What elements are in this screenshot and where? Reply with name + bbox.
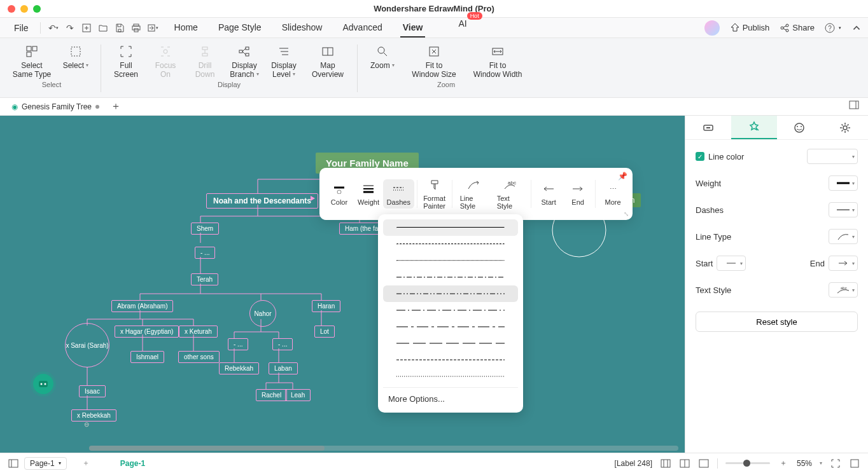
print-button[interactable]: [130, 22, 143, 34]
zoom-button[interactable]: Zoom ▾: [365, 41, 400, 79]
document-tab[interactable]: ◉ Genesis Family Tree: [5, 102, 106, 111]
tab-slideshow[interactable]: Slideshow: [279, 18, 325, 38]
node-isaac[interactable]: Isaac: [79, 385, 106, 397]
close-window-button[interactable]: [8, 5, 15, 13]
new-button[interactable]: [80, 22, 93, 34]
drill-down-button[interactable]: Drill Down: [188, 41, 222, 79]
page-selector[interactable]: Page-1▾: [24, 457, 67, 470]
dashes-button[interactable]: Dashes: [383, 179, 414, 209]
reset-style-button[interactable]: Reset style: [696, 312, 858, 332]
maximize-window-button[interactable]: [33, 5, 41, 13]
node-ishmael[interactable]: Ishmael: [130, 351, 164, 363]
tab-page-style[interactable]: Page Style: [216, 18, 264, 38]
open-button[interactable]: [97, 22, 109, 34]
weight-button[interactable]: Weight: [354, 179, 383, 209]
fit-window-size-button[interactable]: Fit to Window Size: [405, 41, 463, 79]
pin-icon[interactable]: 📌: [618, 172, 627, 181]
zoom-level[interactable]: 55%: [797, 459, 812, 468]
panel-tab-emoji[interactable]: [777, 116, 823, 139]
view-mode-3-button[interactable]: [698, 458, 710, 469]
dash-option-finedot[interactable]: [383, 368, 518, 385]
dash-option-solid[interactable]: [383, 219, 518, 236]
outline-view-button[interactable]: [8, 458, 19, 469]
node-hagar[interactable]: x Hagar (Egyptian): [115, 326, 179, 338]
save-button[interactable]: [113, 22, 126, 34]
node-dash3[interactable]: - ...: [272, 338, 293, 350]
start-arrow-button[interactable]: Start: [534, 179, 563, 209]
node-nahor[interactable]: Nahor: [249, 300, 276, 327]
dash-option-longdashdot[interactable]: [383, 319, 518, 335]
page-tab[interactable]: Page-1: [120, 459, 145, 468]
panel-tab-topic[interactable]: [685, 116, 731, 139]
dash-option-dashdotdot[interactable]: [383, 285, 518, 302]
zoom-slider[interactable]: [725, 462, 770, 464]
tab-view[interactable]: View: [400, 18, 426, 38]
panel-tab-settings[interactable]: [822, 116, 868, 139]
fit-window-width-button[interactable]: Fit to Window Width: [468, 41, 527, 79]
node-sarai[interactable]: x Sarai (Sarah): [65, 323, 109, 367]
undo-button[interactable]: ↶▾: [47, 22, 60, 34]
more-button[interactable]: ⋯ More: [598, 179, 627, 209]
node-laban[interactable]: Laban: [269, 362, 298, 374]
node-shem[interactable]: Shem: [191, 223, 219, 235]
node-keturah[interactable]: x Keturah: [179, 326, 218, 338]
text-style-button[interactable]: abc Text Style: [492, 175, 529, 212]
node-terah[interactable]: Terah: [191, 273, 218, 285]
dash-option-dash[interactable]: [383, 236, 518, 252]
add-page-button[interactable]: ＋: [82, 458, 90, 469]
canvas[interactable]: Your Family Name Noah and the Descendant…: [0, 116, 685, 453]
collapse-ribbon-button[interactable]: [851, 23, 862, 33]
end-arrow-button[interactable]: End: [563, 179, 592, 209]
node-haran[interactable]: Haran: [312, 300, 340, 312]
ai-assistant-button[interactable]: [33, 374, 53, 394]
fullscreen-button[interactable]: [849, 458, 860, 469]
map-overview-button[interactable]: Map Overview: [306, 41, 349, 79]
tab-advanced[interactable]: Advanced: [340, 18, 384, 38]
line-style-button[interactable]: Line Style: [455, 175, 492, 212]
resize-handle[interactable]: ⤡: [624, 210, 629, 217]
node-dash2[interactable]: - ...: [228, 338, 248, 350]
collapse-indicator[interactable]: ⊖: [84, 421, 89, 428]
text-style-select[interactable]: abc▾: [829, 282, 858, 298]
redo-button[interactable]: ↷: [64, 22, 76, 34]
node-abram[interactable]: Abram (Abraham): [111, 300, 173, 312]
dash-option-longdashdotdot[interactable]: [383, 335, 518, 352]
dash-option-shortdash[interactable]: [383, 352, 518, 368]
dash-option-dashdot[interactable]: [383, 269, 518, 285]
node-othersons[interactable]: other sons: [178, 351, 220, 363]
node-xrebekkah[interactable]: x Rebekkah: [71, 409, 116, 422]
dash-option-longdash[interactable]: [383, 302, 518, 319]
full-screen-button[interactable]: Full Screen: [109, 41, 143, 79]
scroll-thumb[interactable]: [89, 446, 325, 451]
line-color-select[interactable]: ▾: [807, 149, 858, 164]
help-button[interactable]: ?▾: [825, 23, 841, 33]
export-button[interactable]: ▾: [146, 22, 159, 34]
dash-option-dot[interactable]: [383, 252, 518, 269]
node-rebekkah[interactable]: Rebekkah: [219, 362, 259, 374]
node-rachel[interactable]: Rachel: [256, 389, 287, 401]
dashes-select[interactable]: ▾: [829, 202, 858, 217]
fit-screen-button[interactable]: [830, 458, 841, 469]
share-button[interactable]: Share: [780, 23, 815, 33]
node-lot[interactable]: Lot: [314, 326, 335, 338]
end-select[interactable]: ▾: [829, 256, 858, 271]
color-button[interactable]: Color: [325, 179, 354, 209]
weight-select[interactable]: ▾: [829, 175, 858, 191]
panel-toggle-button[interactable]: [849, 100, 862, 113]
minimize-window-button[interactable]: [20, 5, 28, 13]
tab-home[interactable]: Home: [172, 18, 200, 38]
publish-button[interactable]: Publish: [730, 23, 770, 33]
user-avatar[interactable]: [704, 20, 720, 36]
line-type-select[interactable]: ▾: [829, 229, 858, 244]
node-leah[interactable]: Leah: [285, 389, 311, 401]
start-select[interactable]: ▾: [717, 256, 746, 271]
node-noah[interactable]: Noah and the Descendants: [206, 193, 318, 209]
add-tab-button[interactable]: ＋: [109, 100, 122, 113]
format-painter-button[interactable]: Format Painter: [419, 175, 449, 212]
view-mode-1-button[interactable]: [660, 458, 671, 469]
file-menu[interactable]: File: [6, 20, 36, 36]
line-color-checkbox[interactable]: ✓: [696, 152, 704, 161]
horizontal-scrollbar[interactable]: [89, 446, 678, 451]
panel-tab-style[interactable]: [731, 116, 777, 139]
view-mode-2-button[interactable]: [679, 458, 690, 469]
